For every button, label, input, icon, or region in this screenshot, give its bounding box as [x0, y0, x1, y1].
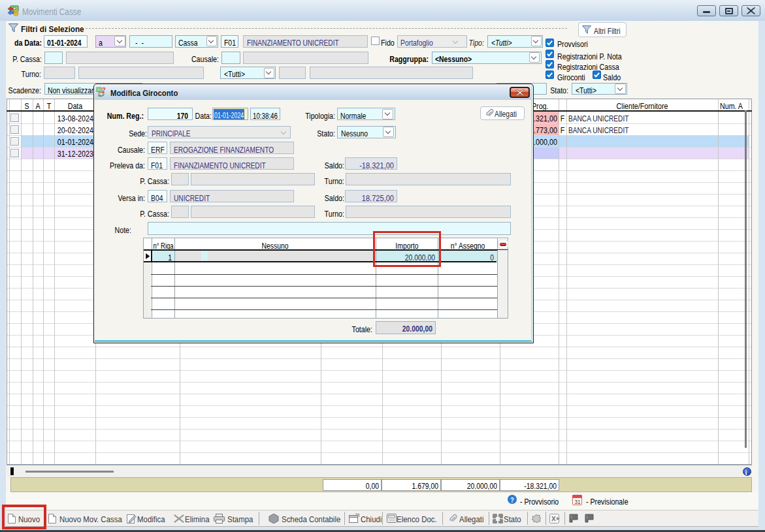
- svg-text:?: ?: [103, 87, 106, 93]
